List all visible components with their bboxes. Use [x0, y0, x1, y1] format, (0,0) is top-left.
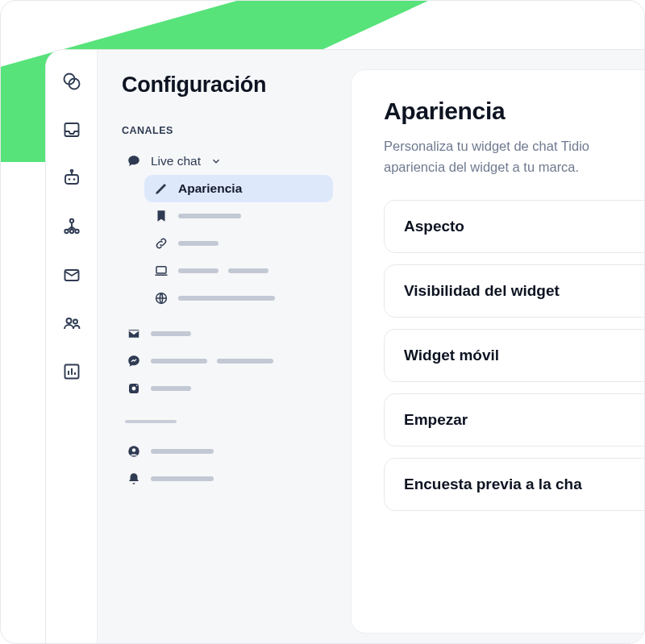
tree-item-label: Apariencia: [178, 181, 242, 196]
divider: [125, 420, 177, 423]
svg-point-8: [69, 219, 73, 222]
tree-item-appearance[interactable]: Apariencia: [144, 175, 333, 202]
messenger-icon: [127, 354, 141, 368]
option-get-started[interactable]: Empezar: [384, 393, 645, 447]
card-description: Personaliza tu widget de chat Tidio apar…: [384, 136, 645, 177]
nav-bot-icon[interactable]: [61, 168, 82, 189]
placeholder-text: [151, 331, 191, 336]
placeholder-text: [228, 268, 268, 273]
link-icon: [154, 236, 169, 251]
pencil-icon: [154, 181, 169, 196]
tree-item-notifications[interactable]: [122, 465, 333, 492]
user-icon: [127, 444, 141, 459]
placeholder-text: [151, 476, 214, 481]
nav-dashboard-icon[interactable]: [61, 71, 82, 92]
tree-item-label: Live chat: [151, 154, 201, 168]
tree-item-instagram[interactable]: [122, 375, 333, 402]
tree-item-email[interactable]: [122, 320, 333, 347]
tree-item-messenger[interactable]: [122, 347, 333, 375]
svg-rect-4: [65, 175, 78, 184]
tree-item-placeholder[interactable]: [144, 202, 333, 230]
globe-icon: [154, 291, 169, 305]
nav-contacts-icon[interactable]: [61, 313, 82, 334]
svg-point-5: [68, 178, 70, 181]
channels-tree: Live chat Apariencia: [122, 147, 333, 492]
svg-point-7: [70, 170, 73, 172]
settings-sidebar: Configuración CANALES Live chat: [98, 50, 347, 644]
main-content: Apariencia Personaliza tu widget de chat…: [347, 50, 645, 644]
placeholder-text: [151, 359, 207, 364]
option-prechat-survey[interactable]: Encuesta previa a la cha: [384, 458, 645, 511]
page-title: Configuración: [122, 73, 333, 98]
tree-item-placeholder[interactable]: [144, 285, 333, 312]
laptop-icon: [154, 264, 169, 278]
svg-point-10: [75, 230, 78, 233]
placeholder-text: [217, 359, 273, 364]
card-heading: Apariencia: [384, 98, 645, 125]
tree-item-placeholder[interactable]: [144, 230, 333, 257]
svg-point-14: [73, 320, 77, 324]
nav-flows-icon[interactable]: [61, 216, 82, 237]
chat-bubble-icon: [127, 154, 141, 168]
svg-point-9: [64, 230, 68, 233]
svg-point-22: [132, 448, 136, 452]
chevron-down-icon: [210, 156, 222, 167]
option-mobile-widget[interactable]: Widget móvil: [384, 329, 645, 382]
placeholder-text: [151, 449, 214, 454]
placeholder-text: [178, 296, 275, 301]
placeholder-text: [178, 268, 218, 273]
option-visibility[interactable]: Visibilidad del widget: [384, 264, 645, 318]
app-window: Configuración CANALES Live chat: [45, 49, 645, 644]
svg-point-6: [73, 178, 75, 181]
nav-inbox-icon[interactable]: [61, 119, 82, 140]
tree-item-placeholder[interactable]: [144, 257, 333, 285]
svg-point-11: [69, 230, 73, 233]
primary-nav-rail: [46, 50, 98, 644]
placeholder-text: [178, 241, 218, 246]
bookmark-icon: [154, 209, 169, 223]
svg-point-20: [136, 384, 138, 386]
svg-rect-16: [156, 267, 166, 273]
nav-mail-icon[interactable]: [61, 264, 82, 285]
appearance-card: Apariencia Personaliza tu widget de chat…: [351, 69, 645, 634]
mail-icon: [127, 326, 141, 341]
svg-point-19: [132, 387, 136, 391]
svg-point-13: [66, 318, 71, 323]
bell-icon: [127, 472, 141, 486]
tree-item-account[interactable]: [122, 438, 333, 465]
option-aspect[interactable]: Aspecto: [384, 200, 645, 253]
placeholder-text: [178, 214, 241, 218]
section-label-channels: CANALES: [122, 125, 333, 136]
tree-item-live-chat[interactable]: Live chat: [122, 147, 333, 175]
nav-analytics-icon[interactable]: [61, 361, 82, 382]
instagram-icon: [127, 381, 141, 396]
placeholder-text: [151, 386, 191, 391]
